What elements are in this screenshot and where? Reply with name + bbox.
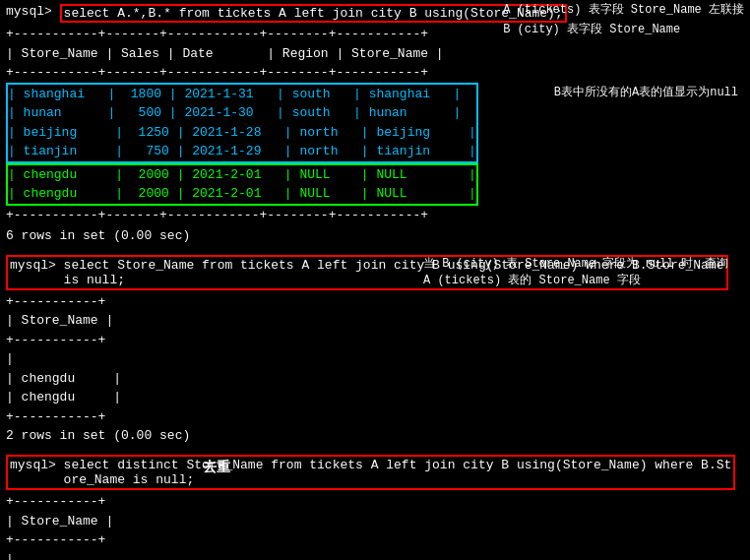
table-sep7: +-----------+ [6, 492, 744, 512]
command-text-1: select A.*,B.* from tickets A left join … [64, 6, 563, 21]
command-block-3: mysql> select distinct Store_Name from t… [6, 455, 735, 490]
table-header3: | Store_Name | [6, 512, 744, 531]
table-row: | hunan | 500 | 2021-1-30 | south | huna… [8, 103, 476, 123]
section2: mysql> select Store_Name from tickets A … [6, 255, 744, 447]
table-sep2: +-----------+-------+------------+------… [6, 63, 744, 83]
table-block-3: +-----------+ | Store_Name | +----------… [6, 492, 744, 560]
mysql-prompt-3: mysql> [10, 458, 64, 472]
table-row: | chengdu | 2000 | 2021-2-01 | NULL | NU… [8, 184, 476, 204]
table-row: | [6, 349, 744, 369]
table-row: | chengdu | [6, 369, 744, 389]
table-block-1: +-----------+-------+------------+------… [6, 25, 744, 224]
prompt-line-1: mysql> select A.*,B.* from tickets A lef… [6, 4, 744, 23]
table-sep1: +-----------+-------+------------+------… [6, 25, 744, 44]
mysql-prompt-1: mysql> [6, 4, 60, 19]
table-sep8: +-----------+ [6, 530, 744, 550]
command-text-3: select distinct Store_Name from tickets … [64, 458, 732, 487]
table-row: | chengdu | [6, 388, 744, 407]
result-2: 2 rows in set (0.00 sec) [6, 426, 744, 447]
table-row: | [6, 550, 744, 560]
table-row: | tianjin | 750 | 2021-1-29 | north | ti… [8, 142, 476, 161]
table-sep5: +-----------+ [6, 331, 744, 350]
green-rows: | chengdu | 2000 | 2021-2-01 | NULL | NU… [6, 163, 478, 206]
mysql-prompt-2: mysql> [10, 258, 64, 273]
table-row: | chengdu | 2000 | 2021-2-01 | NULL | NU… [8, 165, 476, 185]
table-row: | shanghai | 1800 | 2021-1-31 | south | … [8, 85, 476, 104]
table-row: | beijing | 1250 | 2021-1-28 | north | b… [8, 123, 476, 143]
annotation-2: 当 B (city) 表 Store_Name 字段为 null 时，查询 A … [423, 255, 738, 288]
table-sep3: +-----------+-------+------------+------… [6, 206, 744, 225]
table-sep6: +-----------+ [6, 407, 744, 427]
section1: mysql> select A.*,B.* from tickets A lef… [6, 4, 744, 247]
annotation-3: 去重 [203, 459, 230, 476]
result-1: 6 rows in set (0.00 sec) [6, 226, 744, 247]
table-header1: | Store_Name | Sales | Date | Region | S… [6, 44, 744, 64]
command-box-1: select A.*,B.* from tickets A left join … [60, 4, 567, 23]
null-annotation: B表中所没有的A表的值显示为null [554, 84, 738, 100]
blue-rows: | shanghai | 1800 | 2021-1-31 | south | … [6, 83, 478, 163]
section3: mysql> select distinct Store_Name from t… [6, 455, 744, 560]
terminal-screen: mysql> select A.*,B.* from tickets A lef… [0, 0, 750, 560]
table-header2: | Store_Name | [6, 311, 744, 331]
table-block-2: +-----------+ | Store_Name | +----------… [6, 292, 744, 427]
table-sep4: +-----------+ [6, 292, 744, 312]
prompt-line-3: mysql> select distinct Store_Name from t… [10, 458, 731, 487]
